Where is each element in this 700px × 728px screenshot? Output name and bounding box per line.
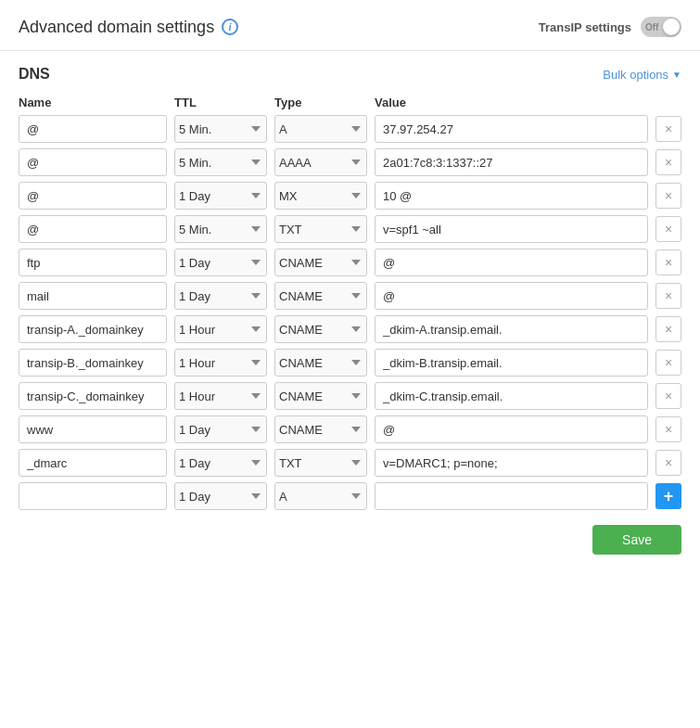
delete-record-button[interactable]: ×	[655, 383, 681, 409]
info-icon[interactable]: i	[222, 19, 238, 35]
bulk-options-button[interactable]: Bulk options ▼	[603, 68, 681, 82]
name-input[interactable]	[19, 115, 167, 143]
ttl-select[interactable]: 5 Min.1 Hour1 Day1 Week	[174, 182, 267, 210]
footer: Save	[0, 510, 700, 569]
ttl-select[interactable]: 5 Min.1 Hour1 Day1 Week	[174, 148, 267, 176]
header-right: TransIP settings Off	[539, 17, 681, 37]
table-row: 5 Min.1 Hour1 Day1 WeekAAAAAMXTXTCNAMENS…	[19, 382, 681, 410]
new-ttl-select[interactable]: 5 Min. 1 Day 1 Hour 1 Week	[174, 482, 267, 510]
type-select[interactable]: AAAAAMXTXTCNAMENSSRV	[274, 249, 367, 276]
chevron-down-icon: ▼	[672, 70, 681, 80]
value-input[interactable]	[375, 249, 648, 276]
value-input[interactable]	[375, 182, 648, 210]
save-button[interactable]: Save	[592, 525, 681, 555]
type-select[interactable]: AAAAAMXTXTCNAMENSSRV	[274, 182, 367, 210]
dns-section: DNS Bulk options ▼ Name TTL Type Value 5…	[0, 51, 700, 510]
table-row: 5 Min.1 Hour1 Day1 WeekAAAAAMXTXTCNAMENS…	[19, 282, 681, 310]
delete-record-button[interactable]: ×	[655, 316, 681, 342]
page-header: Advanced domain settings i TransIP setti…	[0, 0, 700, 51]
value-input[interactable]	[375, 415, 648, 443]
value-input[interactable]	[375, 315, 648, 343]
add-record-button[interactable]: +	[655, 483, 681, 509]
transip-settings-label: TransIP settings	[539, 20, 631, 34]
header-left: Advanced domain settings i	[19, 18, 238, 37]
value-input[interactable]	[375, 382, 648, 410]
name-input[interactable]	[19, 315, 167, 343]
ttl-select[interactable]: 5 Min.1 Hour1 Day1 Week	[174, 115, 267, 143]
name-input[interactable]	[19, 182, 167, 210]
transip-toggle[interactable]: Off	[641, 17, 681, 37]
col-header-ttl: TTL	[174, 96, 267, 109]
ttl-select[interactable]: 5 Min.1 Hour1 Day1 Week	[174, 415, 267, 443]
table-row: 5 Min.1 Hour1 Day1 WeekAAAAAMXTXTCNAMENS…	[19, 182, 681, 210]
name-input[interactable]	[19, 382, 167, 410]
type-select[interactable]: AAAAAMXTXTCNAMENSSRV	[274, 215, 367, 243]
col-header-value: Value	[375, 96, 681, 109]
new-value-input[interactable]	[375, 482, 648, 510]
table-row: 5 Min.1 Hour1 Day1 WeekAAAAAMXTXTCNAMENS…	[19, 315, 681, 343]
value-input[interactable]	[375, 282, 648, 310]
value-input[interactable]	[375, 449, 648, 477]
name-input[interactable]	[19, 215, 167, 243]
type-select[interactable]: AAAAAMXTXTCNAMENSSRV	[274, 315, 367, 343]
type-select[interactable]: AAAAAMXTXTCNAMENSSRV	[274, 415, 367, 443]
type-select[interactable]: AAAAAMXTXTCNAMENSSRV	[274, 349, 367, 377]
toggle-state-label: Off	[645, 22, 658, 32]
name-input[interactable]	[19, 415, 167, 443]
ttl-select[interactable]: 5 Min.1 Hour1 Day1 Week	[174, 249, 267, 276]
col-header-type: Type	[274, 96, 367, 109]
delete-record-button[interactable]: ×	[655, 283, 681, 309]
delete-record-button[interactable]: ×	[655, 450, 681, 476]
page-title: Advanced domain settings	[19, 18, 214, 37]
type-select[interactable]: AAAAAMXTXTCNAMENSSRV	[274, 382, 367, 410]
delete-record-button[interactable]: ×	[655, 416, 681, 442]
name-input[interactable]	[19, 349, 167, 377]
value-input[interactable]	[375, 215, 648, 243]
table-row: 5 Min.1 Hour1 Day1 WeekAAAAAMXTXTCNAMENS…	[19, 349, 681, 377]
ttl-select[interactable]: 5 Min.1 Hour1 Day1 Week	[174, 349, 267, 377]
dns-section-header: DNS Bulk options ▼	[19, 66, 681, 83]
ttl-select[interactable]: 5 Min.1 Hour1 Day1 Week	[174, 315, 267, 343]
ttl-select[interactable]: 5 Min.1 Hour1 Day1 Week	[174, 282, 267, 310]
table-row: 5 Min.1 Hour1 Day1 WeekAAAAAMXTXTCNAMENS…	[19, 215, 681, 243]
value-input[interactable]	[375, 115, 648, 143]
delete-record-button[interactable]: ×	[655, 116, 681, 142]
type-select[interactable]: AAAAAMXTXTCNAMENSSRV	[274, 449, 367, 477]
name-input[interactable]	[19, 449, 167, 477]
table-row: 5 Min.1 Hour1 Day1 WeekAAAAAMXTXTCNAMENS…	[19, 415, 681, 443]
ttl-select[interactable]: 5 Min.1 Hour1 Day1 Week	[174, 215, 267, 243]
table-row: 5 Min.1 Hour1 Day1 WeekAAAAAMXTXTCNAMENS…	[19, 449, 681, 477]
type-select[interactable]: AAAAAMXTXTCNAMENSSRV	[274, 282, 367, 310]
delete-record-button[interactable]: ×	[655, 149, 681, 175]
delete-record-button[interactable]: ×	[655, 183, 681, 209]
delete-record-button[interactable]: ×	[655, 350, 681, 376]
name-input[interactable]	[19, 148, 167, 176]
table-row: 5 Min.1 Hour1 Day1 WeekAAAAAMXTXTCNAMENS…	[19, 115, 681, 143]
toggle-knob	[663, 19, 680, 35]
ttl-select[interactable]: 5 Min.1 Hour1 Day1 Week	[174, 382, 267, 410]
new-type-select[interactable]: A AAAA MX TXT CNAME NS SRV	[274, 482, 367, 510]
type-select[interactable]: AAAAAMXTXTCNAMENSSRV	[274, 148, 367, 176]
value-input[interactable]	[375, 349, 648, 377]
column-headers: Name TTL Type Value	[19, 96, 681, 115]
dns-new-row: 5 Min. 1 Day 1 Hour 1 Week A AAAA MX TXT…	[19, 482, 681, 510]
new-name-input[interactable]	[19, 482, 167, 510]
delete-record-button[interactable]: ×	[655, 249, 681, 275]
col-header-name: Name	[19, 96, 167, 109]
table-row: 5 Min.1 Hour1 Day1 WeekAAAAAMXTXTCNAMENS…	[19, 148, 681, 176]
value-input[interactable]	[375, 148, 648, 176]
type-select[interactable]: AAAAAMXTXTCNAMENSSRV	[274, 115, 367, 143]
name-input[interactable]	[19, 249, 167, 276]
table-row: 5 Min.1 Hour1 Day1 WeekAAAAAMXTXTCNAMENS…	[19, 249, 681, 276]
name-input[interactable]	[19, 282, 167, 310]
delete-record-button[interactable]: ×	[655, 216, 681, 242]
ttl-select[interactable]: 5 Min.1 Hour1 Day1 Week	[174, 449, 267, 477]
dns-rows: 5 Min.1 Hour1 Day1 WeekAAAAAMXTXTCNAMENS…	[19, 115, 681, 477]
bulk-options-label: Bulk options	[603, 68, 668, 82]
dns-title: DNS	[19, 66, 50, 83]
